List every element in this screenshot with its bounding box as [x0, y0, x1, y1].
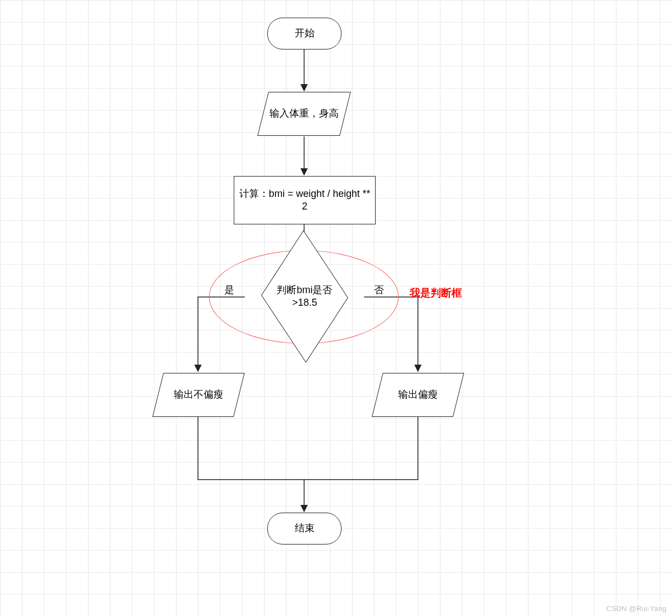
edge-label-no: 否 [374, 283, 384, 296]
terminator-end-label: 结束 [295, 522, 315, 535]
io-output-no-label: 输出偏瘦 [394, 388, 442, 401]
io-output-yes: 输出不偏瘦 [158, 373, 239, 417]
decision-bmi-label: 判断bmi是否 >18.5 [269, 284, 340, 310]
decision-bmi: 判断bmi是否 >18.5 [267, 258, 343, 334]
io-input-label: 输入体重，身高 [264, 107, 344, 120]
process-compute-label: 计算：bmi = weight / height ** 2 [239, 188, 371, 213]
process-compute: 计算：bmi = weight / height ** 2 [234, 176, 376, 224]
watermark-text: CSDN @Rui-Yang [606, 604, 667, 613]
annotation-text: 我是判断框 [410, 286, 462, 300]
io-input: 输入体重，身高 [263, 92, 345, 136]
edge-label-yes: 是 [224, 283, 234, 296]
terminator-end: 结束 [267, 513, 341, 544]
terminator-start-label: 开始 [295, 27, 315, 40]
io-output-no: 输出偏瘦 [377, 373, 459, 417]
io-output-yes-label: 输出不偏瘦 [169, 388, 228, 401]
terminator-start: 开始 [267, 18, 341, 50]
